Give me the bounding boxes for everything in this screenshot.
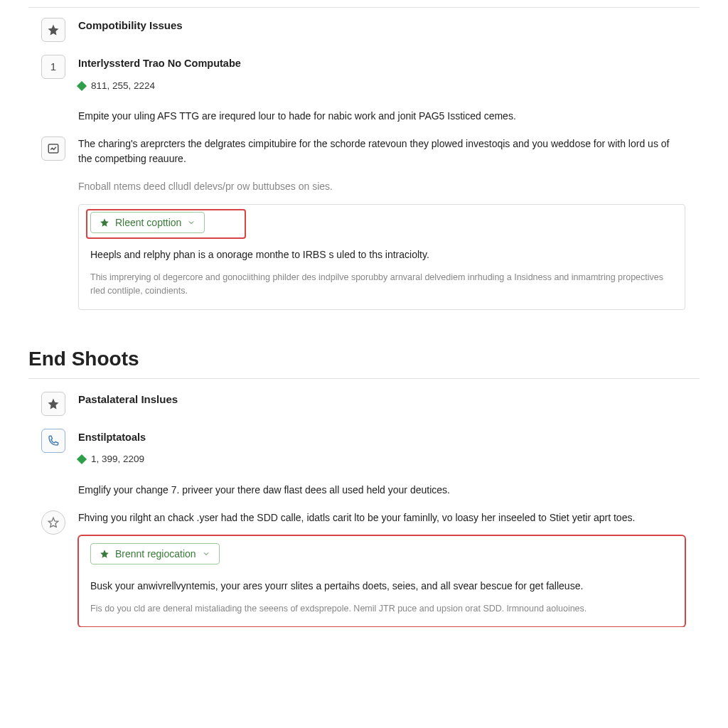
- star-outline-icon-box: [41, 510, 65, 535]
- section-compatibility-title-row: Compotibility Issues: [28, 8, 700, 42]
- dropdown-label-2: Brennt regiocation: [115, 548, 196, 560]
- chevron-down-icon: [187, 218, 196, 227]
- diamond-icon: [77, 81, 87, 91]
- paragraph-3-gray: Fnoball ntems deed clludl delevs/pr ow b…: [78, 179, 685, 194]
- recent-registration-dropdown[interactable]: Brennt regiocation: [90, 543, 220, 564]
- recent-option-dropdown[interactable]: Rleent copttion: [90, 212, 205, 233]
- paragraph-1: Empite your uling AFS TTG are irequred l…: [78, 109, 685, 124]
- section-pastalateral-p2-row: Fhving you rilght an chack .yser had the…: [28, 498, 700, 628]
- star-icon: [100, 218, 109, 228]
- card-body: Heepls and relphy phan is a onorage mont…: [90, 247, 673, 262]
- paragraph-5: Fhving you rilght an chack .yser had the…: [78, 510, 685, 525]
- date-value-2: 1, 399, 2209: [91, 452, 144, 466]
- card-body-2: Busk your anwivrellvyntemis, your ares y…: [90, 579, 673, 594]
- phone-icon-box: [41, 429, 65, 453]
- section-pastalateral-title-row: Pastalateral Inslues: [28, 382, 700, 416]
- phone-icon: [47, 434, 60, 447]
- paragraph-2: The charing's areprcters the delgrates c…: [78, 136, 685, 166]
- star-outline-icon: [47, 516, 60, 529]
- star-icon: [47, 23, 60, 36]
- date-line-2: 1, 399, 2209: [78, 452, 685, 466]
- sub-title: Interlyssterd Trao No Computabe: [78, 56, 685, 72]
- section-title: Compotibility Issues: [78, 18, 685, 34]
- star-icon: [100, 549, 109, 559]
- date-line: 811, 255, 2224: [78, 79, 685, 93]
- sub-title-2: Enstilptatoals: [78, 430, 685, 446]
- dropdown-label: Rleent copttion: [115, 217, 181, 228]
- number-icon-box: 1: [41, 55, 65, 79]
- star-icon-box: [41, 18, 65, 42]
- chart-icon: [47, 142, 60, 155]
- chart-icon-box: [41, 136, 65, 161]
- section-pastalateral-subtitle-row: Enstilptatoals 1, 399, 2209 Emglify your…: [28, 416, 700, 498]
- info-card-2: Brennt regiocation Busk your anwivrellvy…: [78, 535, 685, 628]
- section-compatibility-p2-row: The charing's areprcters the delgrates c…: [28, 124, 700, 310]
- section-compatibility-subtitle-row: 1 Interlyssterd Trao No Computabe 811, 2…: [28, 42, 700, 124]
- end-heading: End Shoots: [28, 344, 700, 374]
- diamond-icon: [77, 454, 87, 464]
- end-divider: [28, 378, 700, 379]
- info-card-1: Rleent copttion Heepls and relphy phan i…: [78, 204, 685, 310]
- paragraph-4: Emglify your change 7. priveer your ther…: [78, 483, 685, 498]
- star-icon: [47, 397, 60, 410]
- card-sub-2: Fis do you cld are deneral mistaliading …: [90, 602, 673, 616]
- section-title-2: Pastalateral Inslues: [78, 392, 685, 408]
- chevron-down-icon: [202, 550, 210, 558]
- star-icon-box: [41, 392, 65, 416]
- card-sub: This imprerying ol degercore and gonocii…: [90, 271, 673, 298]
- date-value: 811, 255, 2224: [91, 79, 155, 93]
